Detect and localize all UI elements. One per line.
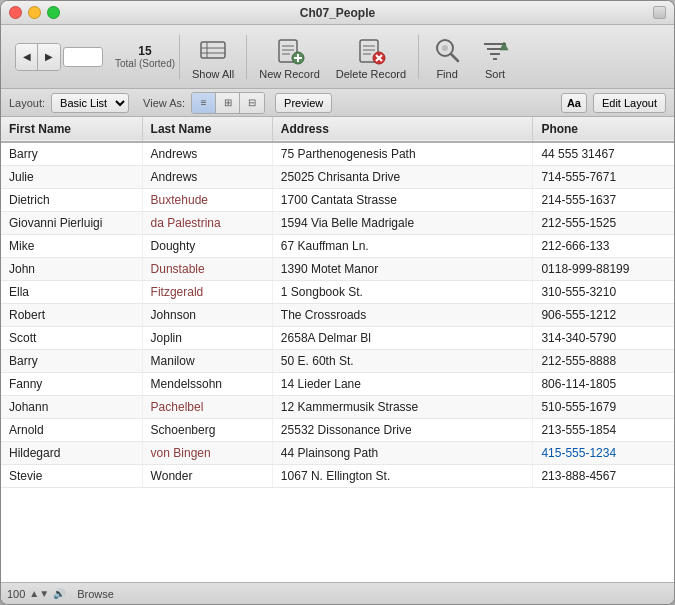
- cell-address: 14 Lieder Lane: [272, 373, 533, 396]
- svg-line-19: [451, 54, 458, 61]
- table-row[interactable]: MikeDoughty67 Kauffman Ln.212-666-133: [1, 235, 674, 258]
- prev-record-button[interactable]: ◀: [16, 44, 38, 70]
- cell-address: 25025 Chrisanta Drive: [272, 166, 533, 189]
- total-label: Total (Sorted): [115, 58, 175, 69]
- cell-phone: 212-666-133: [533, 235, 674, 258]
- table-row[interactable]: JulieAndrews25025 Chrisanta Drive714-555…: [1, 166, 674, 189]
- cell-first-name: Fanny: [1, 373, 142, 396]
- preview-button[interactable]: Preview: [275, 93, 332, 113]
- table-row[interactable]: JohnDunstable1390 Motet Manor0118-999-88…: [1, 258, 674, 281]
- cell-last-name: Schoenberg: [142, 419, 272, 442]
- next-record-button[interactable]: ▶: [38, 44, 60, 70]
- close-button[interactable]: [9, 6, 22, 19]
- viewas-label: View As:: [143, 97, 185, 109]
- col-header-address[interactable]: Address: [272, 117, 533, 142]
- cell-first-name: Stevie: [1, 465, 142, 488]
- resize-handle[interactable]: [653, 6, 666, 19]
- cell-address: 1700 Cantata Strasse: [272, 189, 533, 212]
- show-all-button[interactable]: Show All: [184, 30, 242, 84]
- table-row[interactable]: ScottJoplin2658A Delmar Bl314-340-5790: [1, 327, 674, 350]
- col-header-first-name[interactable]: First Name: [1, 117, 142, 142]
- col-header-last-name[interactable]: Last Name: [142, 117, 272, 142]
- cell-first-name: Mike: [1, 235, 142, 258]
- cell-last-name: Dunstable: [142, 258, 272, 281]
- table-row[interactable]: RobertJohnsonThe Crossroads906-555-1212: [1, 304, 674, 327]
- table-row[interactable]: ArnoldSchoenberg25532 Dissonance Drive21…: [1, 419, 674, 442]
- cell-last-name: Pachelbel: [142, 396, 272, 419]
- cell-first-name: John: [1, 258, 142, 281]
- cell-last-name: Andrews: [142, 142, 272, 166]
- view-list-button[interactable]: ≡: [192, 93, 216, 113]
- table-body: BarryAndrews75 Parthenogenesis Path44 55…: [1, 142, 674, 488]
- main-window: Ch07_People ◀ ▶ 9 15 Total (Sorted): [0, 0, 675, 605]
- cell-address: The Crossroads: [272, 304, 533, 327]
- cell-last-name: Andrews: [142, 166, 272, 189]
- table-row[interactable]: JohannPachelbel12 Kammermusik Strasse510…: [1, 396, 674, 419]
- cell-first-name: Johann: [1, 396, 142, 419]
- col-header-phone[interactable]: Phone: [533, 117, 674, 142]
- cell-last-name: Mendelssohn: [142, 373, 272, 396]
- cell-address: 25532 Dissonance Drive: [272, 419, 533, 442]
- cell-phone: 714-555-7671: [533, 166, 674, 189]
- find-button[interactable]: Find: [423, 30, 471, 84]
- layout-select[interactable]: Basic List: [51, 93, 129, 113]
- nav-group: ◀ ▶ 9: [9, 43, 109, 71]
- cell-first-name: Giovanni Pierluigi: [1, 212, 142, 235]
- delete-record-button[interactable]: Delete Record: [328, 30, 414, 84]
- minimize-button[interactable]: [28, 6, 41, 19]
- cell-last-name: Fitzgerald: [142, 281, 272, 304]
- svg-rect-0: [201, 42, 225, 58]
- toolbar-divider-2: [246, 35, 247, 79]
- table-row[interactable]: Hildegardvon Bingen44 Plainsong Path415-…: [1, 442, 674, 465]
- cell-first-name: Julie: [1, 166, 142, 189]
- titlebar: Ch07_People: [1, 1, 674, 25]
- record-number-input[interactable]: 9: [63, 47, 103, 67]
- find-icon: [431, 34, 463, 66]
- layout-label: Layout:: [9, 97, 45, 109]
- new-record-icon: [274, 34, 306, 66]
- cell-phone: 212-555-1525: [533, 212, 674, 235]
- table-row[interactable]: DietrichBuxtehude1700 Cantata Strasse214…: [1, 189, 674, 212]
- view-table-button[interactable]: ⊟: [240, 93, 264, 113]
- cell-phone: 0118-999-88199: [533, 258, 674, 281]
- table-row[interactable]: BarryManilow50 E. 60th St.212-555-8888: [1, 350, 674, 373]
- aa-button[interactable]: Aa: [561, 93, 587, 113]
- zoom-level: 100: [7, 588, 25, 600]
- table-row[interactable]: StevieWonder1067 N. Ellington St.213-888…: [1, 465, 674, 488]
- view-column-button[interactable]: ⊞: [216, 93, 240, 113]
- layoutbar: Layout: Basic List View As: ≡ ⊞ ⊟ Previe…: [1, 89, 674, 117]
- cell-phone: 213-888-4567: [533, 465, 674, 488]
- sort-button[interactable]: Sort: [471, 30, 519, 84]
- records-table: First Name Last Name Address Phone Barry…: [1, 117, 674, 488]
- cell-first-name: Arnold: [1, 419, 142, 442]
- new-record-label: New Record: [259, 68, 320, 80]
- cell-phone: 214-555-1637: [533, 189, 674, 212]
- cell-first-name: Ella: [1, 281, 142, 304]
- table-row[interactable]: FannyMendelssohn14 Lieder Lane806-114-18…: [1, 373, 674, 396]
- status-mode: 🔊: [53, 588, 65, 599]
- zoom-icon: ▲▼: [29, 588, 49, 599]
- window-title: Ch07_People: [300, 6, 375, 20]
- show-all-label: Show All: [192, 68, 234, 80]
- delete-record-icon: [355, 34, 387, 66]
- records-table-container: First Name Last Name Address Phone Barry…: [1, 117, 674, 582]
- cell-phone: 213-555-1854: [533, 419, 674, 442]
- cell-last-name: Buxtehude: [142, 189, 272, 212]
- table-header: First Name Last Name Address Phone: [1, 117, 674, 142]
- cell-address: 50 E. 60th St.: [272, 350, 533, 373]
- toolbar-divider-3: [418, 35, 419, 79]
- table-row[interactable]: Giovanni Pierluigida Palestrina1594 Via …: [1, 212, 674, 235]
- svg-point-20: [442, 45, 448, 51]
- new-record-button[interactable]: New Record: [251, 30, 328, 84]
- sort-label: Sort: [485, 68, 505, 80]
- table-row[interactable]: BarryAndrews75 Parthenogenesis Path44 55…: [1, 142, 674, 166]
- edit-layout-button[interactable]: Edit Layout: [593, 93, 666, 113]
- titlebar-buttons: [9, 6, 60, 19]
- cell-phone: 44 555 31467: [533, 142, 674, 166]
- maximize-button[interactable]: [47, 6, 60, 19]
- view-buttons: ≡ ⊞ ⊟: [191, 92, 265, 114]
- cell-address: 75 Parthenogenesis Path: [272, 142, 533, 166]
- table-row[interactable]: EllaFitzgerald1 Songbook St.310-555-3210: [1, 281, 674, 304]
- cell-first-name: Robert: [1, 304, 142, 327]
- records-info: 15 Total (Sorted): [115, 44, 175, 69]
